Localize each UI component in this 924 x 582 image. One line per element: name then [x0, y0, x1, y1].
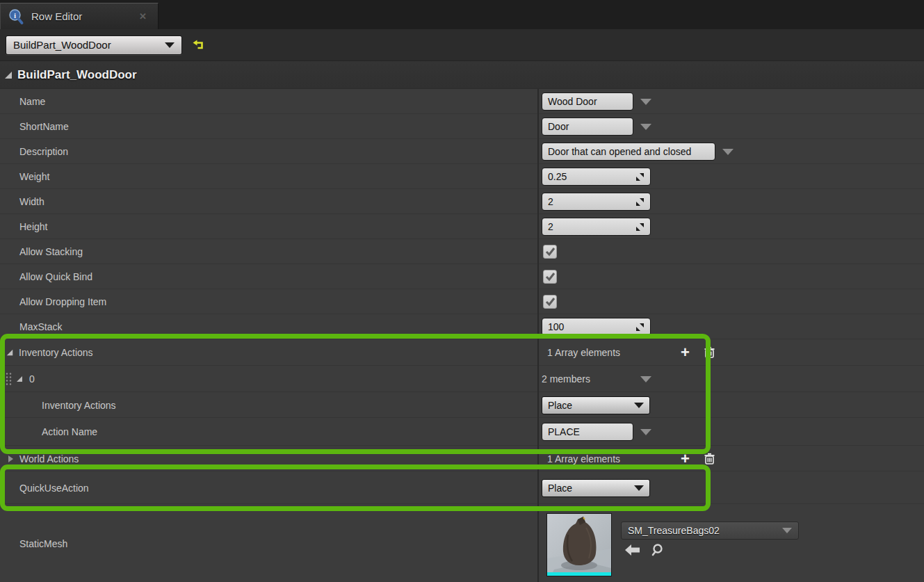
element-0-dropdown-icon[interactable]: [640, 376, 651, 382]
world-actions-label: World Actions: [19, 453, 79, 464]
weight-label: Weight: [19, 171, 49, 182]
static-mesh-label: StaticMesh: [19, 538, 67, 549]
inventory-actions-label: Inventory Actions: [19, 347, 93, 358]
check-icon: [544, 271, 556, 282]
tab-close-icon[interactable]: ✕: [139, 11, 147, 22]
chevron-down-icon: [634, 485, 644, 491]
row-shortname: ShortName Door: [0, 114, 924, 139]
svg-text:i: i: [14, 11, 16, 19]
row-allow-dropping-item: Allow Dropping Item: [0, 289, 924, 314]
description-input[interactable]: Door that can opened and closed: [542, 143, 715, 161]
weight-input[interactable]: 0.25: [542, 168, 651, 186]
row-height: Height 2: [0, 214, 924, 239]
row-allow-stacking: Allow Stacking: [0, 239, 924, 264]
allow-quick-bind-label: Allow Quick Bind: [19, 271, 92, 282]
allow-stacking-label: Allow Stacking: [19, 246, 83, 257]
trash-icon[interactable]: [704, 346, 715, 359]
shortname-dropdown-icon[interactable]: [640, 124, 651, 130]
drag-handle-icon[interactable]: [6, 372, 12, 386]
browse-to-asset-button[interactable]: [651, 543, 665, 557]
world-actions-summary: 1 Array elements: [547, 453, 651, 464]
maxstack-label: MaxStack: [19, 321, 62, 332]
inner-inventory-actions-label: Inventory Actions: [42, 400, 116, 411]
static-mesh-thumbnail[interactable]: [546, 513, 612, 576]
allow-quick-bind-checkbox[interactable]: [543, 270, 557, 284]
height-label: Height: [19, 221, 47, 232]
check-icon: [544, 246, 556, 257]
check-icon: [544, 296, 556, 307]
chevron-down-icon: [165, 42, 175, 48]
width-input[interactable]: 2: [542, 193, 651, 211]
expander-closed-icon[interactable]: [8, 455, 13, 462]
description-label: Description: [19, 146, 68, 157]
treasure-bag-image: [547, 514, 611, 572]
row-weight: Weight 0.25: [0, 164, 924, 189]
row-width: Width 2: [0, 189, 924, 214]
tab-bar: i Row Editor ✕: [0, 0, 924, 29]
numeric-drag-icon[interactable]: [635, 197, 645, 207]
category-title: BuildPart_WoodDoor: [17, 68, 137, 82]
width-label: Width: [19, 196, 44, 207]
shortname-input[interactable]: Door: [542, 118, 633, 136]
tab-row-editor[interactable]: i Row Editor ✕: [0, 3, 159, 29]
add-element-button[interactable]: +: [681, 346, 690, 359]
trash-icon[interactable]: [704, 453, 715, 465]
allow-stacking-checkbox[interactable]: [543, 245, 557, 259]
chevron-down-icon: [634, 403, 644, 408]
reset-to-default-button[interactable]: [192, 38, 206, 52]
static-mesh-asset-dropdown[interactable]: SM_TreasureBags02: [621, 522, 799, 540]
row-name: Name Wood Door: [0, 89, 924, 114]
element-0-label: 0: [29, 373, 35, 385]
numeric-drag-icon[interactable]: [635, 172, 645, 181]
reset-arrow-icon: [192, 38, 206, 52]
height-input[interactable]: 2: [542, 218, 651, 236]
maxstack-input[interactable]: 100: [542, 318, 651, 336]
expander-open-icon[interactable]: [17, 376, 22, 382]
row-action-name: Action Name PLACE: [0, 418, 924, 446]
name-dropdown-icon[interactable]: [640, 99, 651, 105]
row-inventory-actions: Inventory Actions 1 Array elements +: [0, 339, 924, 366]
inner-inventory-actions-select[interactable]: Place: [542, 396, 650, 414]
inventory-actions-summary: 1 Array elements: [547, 347, 651, 358]
arrow-left-icon: [625, 544, 640, 556]
toolbar: BuildPart_WoodDoor: [0, 29, 924, 61]
numeric-drag-icon[interactable]: [635, 323, 645, 332]
use-selected-asset-button[interactable]: [625, 544, 640, 556]
quick-use-action-label: QuickUseAction: [19, 483, 89, 494]
row-maxstack: MaxStack 100: [0, 314, 924, 339]
element-0-summary: 2 members: [542, 373, 639, 385]
chevron-down-icon: [782, 528, 792, 533]
tab-title: Row Editor: [31, 10, 139, 22]
action-name-input[interactable]: PLACE: [542, 423, 633, 441]
numeric-drag-icon[interactable]: [635, 223, 645, 232]
row-inner-inventory-actions: Inventory Actions Place: [0, 392, 924, 418]
action-name-dropdown-icon[interactable]: [640, 429, 651, 435]
name-input[interactable]: Wood Door: [542, 92, 633, 111]
quick-use-action-select[interactable]: Place: [542, 479, 650, 497]
row-description: Description Door that can opened and clo…: [0, 139, 924, 164]
expander-open-icon[interactable]: [7, 350, 13, 356]
description-dropdown-icon[interactable]: [722, 149, 733, 155]
allow-dropping-item-checkbox[interactable]: [543, 295, 557, 309]
allow-dropping-item-label: Allow Dropping Item: [19, 296, 106, 307]
thumbnail-accent-strip: [547, 572, 611, 576]
name-label: Name: [19, 96, 45, 107]
row-allow-quick-bind: Allow Quick Bind: [0, 264, 924, 289]
shortname-label: ShortName: [19, 121, 69, 132]
row-quick-use-action: QuickUseAction Place: [0, 471, 924, 504]
category-header[interactable]: BuildPart_WoodDoor: [0, 61, 924, 89]
action-name-label: Action Name: [42, 426, 97, 437]
row-array-element-0: 0 2 members: [0, 366, 924, 392]
row-selector-value: BuildPart_WoodDoor: [13, 39, 165, 51]
details-panel: BuildPart_WoodDoor Name Wood Door ShortN…: [0, 61, 924, 582]
row-selector-dropdown[interactable]: BuildPart_WoodDoor: [6, 35, 182, 55]
row-editor-info-icon: i: [8, 8, 24, 25]
search-icon: [651, 543, 665, 557]
row-world-actions: World Actions 1 Array elements +: [0, 446, 924, 471]
expander-open-icon[interactable]: [5, 72, 12, 79]
add-element-button[interactable]: +: [681, 453, 690, 465]
row-static-mesh: StaticMesh: [0, 504, 924, 582]
